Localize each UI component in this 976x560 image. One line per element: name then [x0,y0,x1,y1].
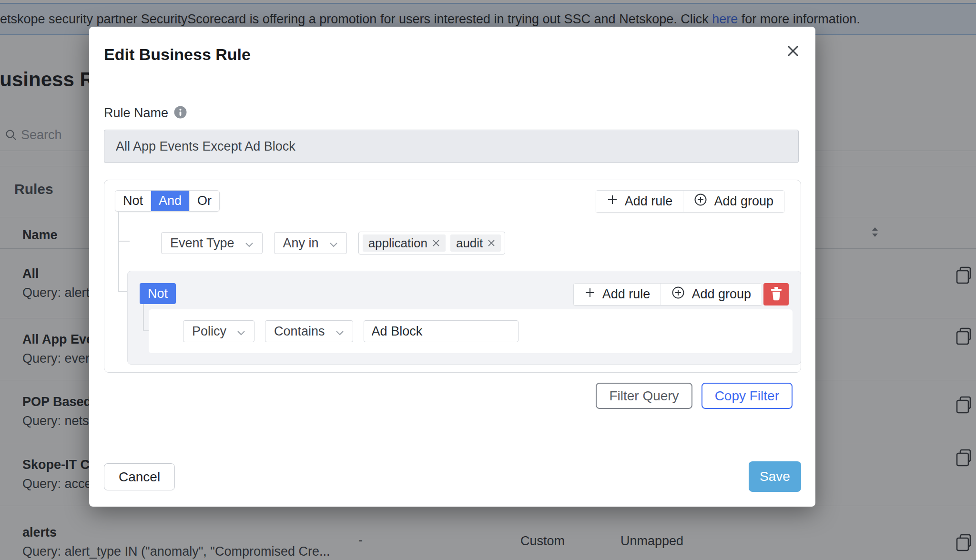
filter-query-button[interactable]: Filter Query [596,383,692,409]
chevron-down-icon [237,324,245,339]
save-button[interactable]: Save [749,461,801,492]
info-icon[interactable] [174,106,187,121]
value-chip-label: application [368,236,427,251]
delete-group-button[interactable] [763,283,789,305]
edit-business-rule-modal: Edit Business Rule Rule Name Not And Or … [89,27,815,507]
value-chip: audit [450,234,501,252]
chevron-down-icon [245,236,254,251]
value-chip-label: audit [456,236,483,251]
circle-plus-icon [671,286,685,303]
field-select[interactable]: Policy [183,320,254,342]
connector-line [118,212,130,242]
add-group-button[interactable]: Add group [683,191,784,212]
plus-icon [584,287,596,302]
operator-and-button[interactable]: And [151,191,189,211]
modal-title: Edit Business Rule [104,45,251,64]
chevron-down-icon [329,236,338,251]
add-rule-button[interactable]: Add rule [574,284,661,305]
add-group-label: Add group [714,194,773,209]
add-rule-button[interactable]: Add rule [596,191,683,212]
chevron-down-icon [336,324,344,339]
field-select-value: Policy [192,324,226,339]
add-rule-label: Add rule [625,194,673,209]
rule-builder: Not And Or Add rule Add group Event Type [104,180,801,373]
add-group-button[interactable]: Add group [661,284,762,305]
operator-select-value: Any in [283,236,319,251]
nested-group-actions: Add rule Add group [573,283,762,305]
add-rule-label: Add rule [602,287,651,302]
cancel-button[interactable]: Cancel [104,463,175,490]
values-multiselect[interactable]: application audit [358,232,506,255]
operator-select-value: Contains [274,324,325,339]
group-operator-not-button[interactable]: Not [140,283,176,304]
remove-chip-icon[interactable] [432,239,440,247]
operator-select[interactable]: Any in [274,232,347,254]
rule-row-condition: Policy Contains [149,309,793,353]
builder-actions: Add rule Add group [596,190,784,213]
add-group-label: Add group [691,287,751,302]
copy-filter-button[interactable]: Copy Filter [702,383,793,409]
trash-icon [770,286,783,302]
rule-name-label: Rule Name [104,106,168,121]
filter-actions: Filter Query Copy Filter [596,383,793,409]
rule-row-condition: Event Type Any in application audit [161,232,505,255]
operator-or-button[interactable]: Or [189,191,219,211]
field-select[interactable]: Event Type [161,232,263,254]
operator-not-button[interactable]: Not [115,191,151,211]
rule-name-input[interactable] [104,130,799,163]
operator-select[interactable]: Contains [265,320,353,342]
circle-plus-icon [694,193,707,210]
screen: etskope security partner SecurityScoreca… [0,0,976,560]
value-input[interactable] [364,320,518,342]
close-icon[interactable] [786,44,800,58]
operator-toggle-group: Not And Or [115,190,220,212]
value-chip: application [363,234,446,252]
remove-chip-icon[interactable] [488,239,495,247]
plus-icon [607,194,618,209]
connector-line [118,242,127,292]
field-select-value: Event Type [170,236,234,251]
nested-rule-group: Not Add rule Add group [127,271,801,365]
